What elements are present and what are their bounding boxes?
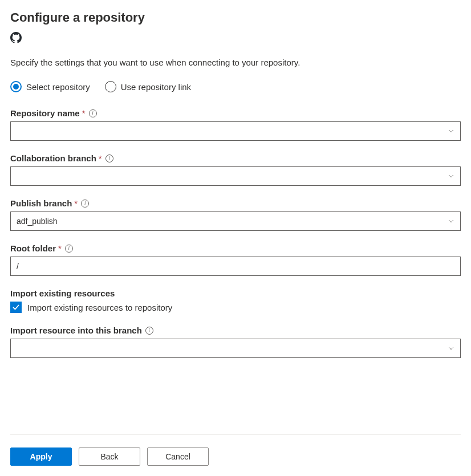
field-label: Publish branch [10, 198, 72, 208]
github-icon [10, 32, 461, 45]
field-label: Repository name [10, 108, 80, 118]
info-icon[interactable]: i [145, 327, 153, 335]
cancel-button[interactable]: Cancel [147, 447, 209, 466]
radio-icon [105, 81, 116, 92]
radio-label: Use repository link [121, 82, 191, 92]
import-branch-field: Import resource into this branch i [10, 326, 461, 358]
repository-mode-radio-group: Select repository Use repository link [10, 81, 461, 92]
root-folder-input[interactable] [10, 257, 461, 276]
radio-label: Select repository [26, 82, 90, 92]
required-icon: * [74, 198, 78, 208]
import-existing-checkbox[interactable] [10, 302, 22, 313]
checkbox-label: Import existing resources to repository [27, 303, 172, 312]
info-icon[interactable]: i [89, 109, 97, 117]
chevron-down-icon [448, 345, 454, 352]
apply-button[interactable]: Apply [10, 447, 72, 466]
chevron-down-icon [448, 173, 454, 180]
section-heading: Import existing resources [10, 288, 461, 298]
description-text: Specify the settings that you want to us… [10, 58, 461, 67]
root-folder-field: Root folder * i [10, 243, 461, 276]
repository-name-dropdown[interactable] [10, 121, 461, 141]
collaboration-branch-dropdown[interactable] [10, 166, 461, 186]
chevron-down-icon [448, 128, 454, 135]
field-label: Root folder [10, 243, 56, 253]
dropdown-value: adf_publish [17, 217, 58, 226]
import-branch-dropdown[interactable] [10, 339, 461, 358]
import-existing-section: Import existing resources Import existin… [10, 288, 461, 313]
required-icon: * [99, 153, 102, 163]
chevron-down-icon [448, 218, 454, 225]
repository-name-field: Repository name * i [10, 108, 461, 141]
select-repository-radio[interactable]: Select repository [10, 81, 90, 92]
publish-branch-dropdown[interactable]: adf_publish [10, 211, 461, 231]
check-icon [12, 303, 20, 311]
use-repository-link-radio[interactable]: Use repository link [105, 81, 191, 92]
collaboration-branch-field: Collaboration branch * i [10, 153, 461, 186]
back-button[interactable]: Back [79, 447, 140, 466]
field-label: Import resource into this branch [10, 326, 142, 335]
page-title: Configure a repository [10, 10, 461, 25]
publish-branch-field: Publish branch * i adf_publish [10, 198, 461, 231]
radio-icon [10, 81, 22, 92]
required-icon: * [82, 108, 86, 118]
info-icon[interactable]: i [65, 245, 73, 253]
field-label: Collaboration branch [10, 153, 96, 163]
footer-buttons: Apply Back Cancel [10, 434, 461, 466]
info-icon[interactable]: i [81, 200, 89, 208]
info-icon[interactable]: i [105, 154, 113, 162]
required-icon: * [58, 243, 62, 253]
